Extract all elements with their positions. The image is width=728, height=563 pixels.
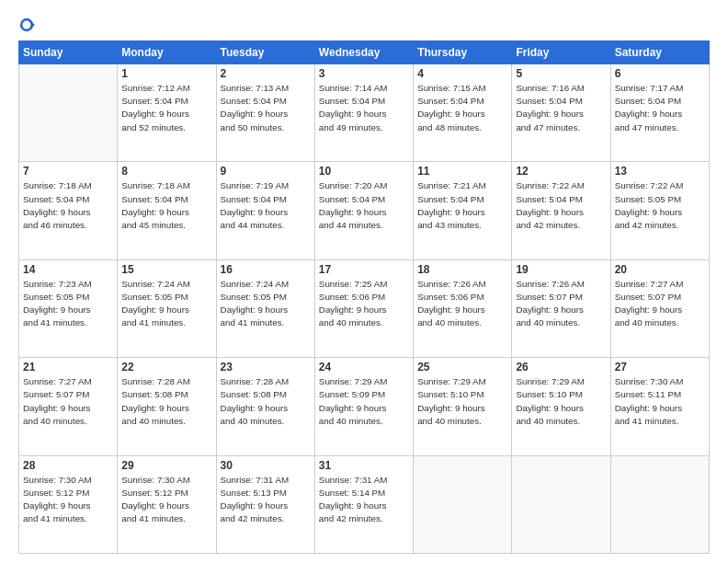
- day-info: Sunrise: 7:18 AMSunset: 5:04 PMDaylight:…: [23, 179, 113, 232]
- day-info: Sunrise: 7:28 AMSunset: 5:08 PMDaylight:…: [221, 375, 311, 428]
- day-info: Sunrise: 7:26 AMSunset: 5:06 PMDaylight:…: [417, 278, 507, 330]
- day-info: Sunrise: 7:31 AMSunset: 5:14 PMDaylight:…: [319, 474, 409, 526]
- day-info: Sunrise: 7:27 AMSunset: 5:07 PMDaylight:…: [615, 278, 705, 330]
- calendar-cell: 20Sunrise: 7:27 AMSunset: 5:07 PMDayligh…: [610, 259, 709, 357]
- day-number: 30: [221, 459, 311, 472]
- calendar-cell: 19Sunrise: 7:26 AMSunset: 5:07 PMDayligh…: [512, 259, 610, 357]
- day-number: 4: [417, 67, 507, 80]
- day-number: 11: [417, 165, 507, 178]
- day-number: 28: [23, 459, 113, 472]
- calendar-cell: [610, 455, 709, 553]
- day-of-week-header: Wednesday: [314, 41, 413, 64]
- svg-point-2: [23, 21, 31, 29]
- day-info: Sunrise: 7:30 AMSunset: 5:12 PMDaylight:…: [23, 474, 113, 526]
- day-info: Sunrise: 7:31 AMSunset: 5:13 PMDaylight:…: [221, 474, 311, 526]
- day-number: 13: [615, 165, 705, 178]
- day-number: 16: [221, 263, 311, 276]
- day-number: 1: [121, 67, 211, 80]
- calendar-cell: 2Sunrise: 7:13 AMSunset: 5:04 PMDaylight…: [216, 64, 314, 162]
- day-number: 9: [221, 165, 311, 178]
- calendar-cell: 22Sunrise: 7:28 AMSunset: 5:08 PMDayligh…: [118, 358, 216, 455]
- day-info: Sunrise: 7:13 AMSunset: 5:04 PMDaylight:…: [221, 82, 311, 134]
- day-number: 12: [516, 165, 606, 178]
- calendar-cell: 31Sunrise: 7:31 AMSunset: 5:14 PMDayligh…: [314, 455, 413, 553]
- calendar-cell: 25Sunrise: 7:29 AMSunset: 5:10 PMDayligh…: [414, 358, 512, 455]
- calendar-cell: 17Sunrise: 7:25 AMSunset: 5:06 PMDayligh…: [314, 259, 413, 357]
- day-of-week-header: Thursday: [414, 41, 512, 64]
- day-info: Sunrise: 7:19 AMSunset: 5:04 PMDaylight:…: [221, 179, 311, 232]
- calendar-week-row: 7Sunrise: 7:18 AMSunset: 5:04 PMDaylight…: [19, 162, 710, 259]
- calendar-table: SundayMondayTuesdayWednesdayThursdayFrid…: [18, 40, 710, 554]
- calendar-cell: 27Sunrise: 7:30 AMSunset: 5:11 PMDayligh…: [610, 358, 709, 455]
- day-number: 18: [417, 263, 507, 276]
- day-number: 17: [319, 263, 409, 276]
- calendar-cell: 14Sunrise: 7:23 AMSunset: 5:05 PMDayligh…: [19, 259, 118, 357]
- calendar-week-row: 21Sunrise: 7:27 AMSunset: 5:07 PMDayligh…: [19, 358, 710, 455]
- calendar-week-row: 1Sunrise: 7:12 AMSunset: 5:04 PMDaylight…: [19, 64, 710, 162]
- page: SundayMondayTuesdayWednesdayThursdayFrid…: [0, 0, 728, 563]
- day-info: Sunrise: 7:16 AMSunset: 5:04 PMDaylight:…: [516, 82, 606, 134]
- header: [18, 17, 710, 33]
- day-info: Sunrise: 7:14 AMSunset: 5:04 PMDaylight:…: [319, 82, 409, 134]
- day-info: Sunrise: 7:15 AMSunset: 5:04 PMDaylight:…: [417, 82, 507, 134]
- day-info: Sunrise: 7:29 AMSunset: 5:10 PMDaylight:…: [516, 375, 606, 428]
- day-info: Sunrise: 7:27 AMSunset: 5:07 PMDaylight:…: [23, 375, 113, 428]
- calendar-header-row: SundayMondayTuesdayWednesdayThursdayFrid…: [19, 41, 710, 64]
- day-of-week-header: Saturday: [610, 41, 709, 64]
- day-info: Sunrise: 7:22 AMSunset: 5:04 PMDaylight:…: [516, 179, 606, 232]
- day-number: 10: [319, 165, 409, 178]
- day-number: 8: [121, 165, 211, 178]
- day-info: Sunrise: 7:29 AMSunset: 5:10 PMDaylight:…: [417, 375, 507, 428]
- day-info: Sunrise: 7:26 AMSunset: 5:07 PMDaylight:…: [516, 278, 606, 330]
- calendar-cell: 10Sunrise: 7:20 AMSunset: 5:04 PMDayligh…: [314, 162, 413, 259]
- calendar-cell: 21Sunrise: 7:27 AMSunset: 5:07 PMDayligh…: [19, 358, 118, 455]
- calendar-cell: 8Sunrise: 7:18 AMSunset: 5:04 PMDaylight…: [118, 162, 216, 259]
- calendar-cell: [414, 455, 512, 553]
- day-info: Sunrise: 7:24 AMSunset: 5:05 PMDaylight:…: [121, 278, 211, 330]
- calendar-cell: 30Sunrise: 7:31 AMSunset: 5:13 PMDayligh…: [216, 455, 314, 553]
- calendar-cell: 4Sunrise: 7:15 AMSunset: 5:04 PMDaylight…: [414, 64, 512, 162]
- calendar-cell: 26Sunrise: 7:29 AMSunset: 5:10 PMDayligh…: [512, 358, 610, 455]
- calendar-cell: 29Sunrise: 7:30 AMSunset: 5:12 PMDayligh…: [118, 455, 216, 553]
- day-of-week-header: Friday: [512, 41, 610, 64]
- day-number: 15: [121, 263, 211, 276]
- day-number: 3: [319, 67, 409, 80]
- calendar-cell: 24Sunrise: 7:29 AMSunset: 5:09 PMDayligh…: [314, 358, 413, 455]
- day-number: 31: [319, 459, 409, 472]
- calendar-cell: 12Sunrise: 7:22 AMSunset: 5:04 PMDayligh…: [512, 162, 610, 259]
- day-number: 29: [121, 459, 211, 472]
- day-info: Sunrise: 7:24 AMSunset: 5:05 PMDaylight:…: [221, 278, 311, 330]
- day-info: Sunrise: 7:23 AMSunset: 5:05 PMDaylight:…: [23, 278, 113, 330]
- day-number: 19: [516, 263, 606, 276]
- day-of-week-header: Sunday: [19, 41, 118, 64]
- day-number: 24: [319, 361, 409, 373]
- calendar-cell: 15Sunrise: 7:24 AMSunset: 5:05 PMDayligh…: [118, 259, 216, 357]
- calendar-cell: [19, 64, 118, 162]
- day-info: Sunrise: 7:20 AMSunset: 5:04 PMDaylight:…: [319, 179, 409, 232]
- day-info: Sunrise: 7:30 AMSunset: 5:11 PMDaylight:…: [615, 375, 705, 428]
- day-info: Sunrise: 7:30 AMSunset: 5:12 PMDaylight:…: [121, 474, 211, 526]
- calendar-cell: 3Sunrise: 7:14 AMSunset: 5:04 PMDaylight…: [314, 64, 413, 162]
- day-info: Sunrise: 7:17 AMSunset: 5:04 PMDaylight:…: [615, 82, 705, 134]
- calendar-cell: 7Sunrise: 7:18 AMSunset: 5:04 PMDaylight…: [19, 162, 118, 259]
- day-number: 22: [121, 361, 211, 373]
- calendar-cell: 18Sunrise: 7:26 AMSunset: 5:06 PMDayligh…: [414, 259, 512, 357]
- calendar-week-row: 14Sunrise: 7:23 AMSunset: 5:05 PMDayligh…: [19, 259, 710, 357]
- calendar-cell: 5Sunrise: 7:16 AMSunset: 5:04 PMDaylight…: [512, 64, 610, 162]
- logo: [18, 17, 39, 33]
- calendar-week-row: 28Sunrise: 7:30 AMSunset: 5:12 PMDayligh…: [19, 455, 710, 553]
- calendar-cell: 28Sunrise: 7:30 AMSunset: 5:12 PMDayligh…: [19, 455, 118, 553]
- day-number: 25: [417, 361, 507, 373]
- calendar-cell: [512, 455, 610, 553]
- day-number: 7: [23, 165, 113, 178]
- day-info: Sunrise: 7:18 AMSunset: 5:04 PMDaylight:…: [121, 179, 211, 232]
- calendar-cell: 6Sunrise: 7:17 AMSunset: 5:04 PMDaylight…: [610, 64, 709, 162]
- day-number: 21: [23, 361, 113, 373]
- calendar-cell: 11Sunrise: 7:21 AMSunset: 5:04 PMDayligh…: [414, 162, 512, 259]
- day-info: Sunrise: 7:22 AMSunset: 5:05 PMDaylight:…: [615, 179, 705, 232]
- calendar-cell: 1Sunrise: 7:12 AMSunset: 5:04 PMDaylight…: [118, 64, 216, 162]
- day-info: Sunrise: 7:28 AMSunset: 5:08 PMDaylight:…: [121, 375, 211, 428]
- day-number: 23: [221, 361, 311, 373]
- day-of-week-header: Monday: [118, 41, 216, 64]
- day-number: 5: [516, 67, 606, 80]
